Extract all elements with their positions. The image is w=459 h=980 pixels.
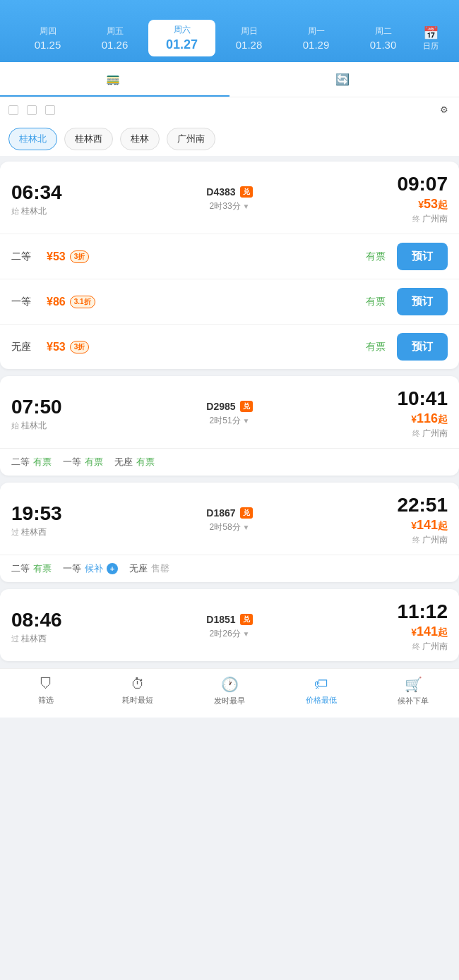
checkbox-regular[interactable]: [27, 105, 37, 115]
nav-item-4[interactable]: 🛒候补下单: [367, 676, 459, 706]
arrive-time-0: 09:07: [391, 173, 448, 195]
train-duration-1: 2时51分 ▼: [68, 415, 391, 427]
main-content: 🚃 🔄 ⚙ 桂林北桂林西桂林广州南: [0, 62, 459, 661]
depart-block-2: 19:53 过 桂林西: [11, 502, 68, 538]
discount-tag-0-2: 3折: [70, 341, 90, 353]
seat-row-0-2: 无座 ¥53 3折 有票 预订: [0, 324, 459, 369]
tab-direct[interactable]: 🚃: [0, 62, 230, 97]
train-middle-0: D4383 兑 2时33分 ▼: [68, 186, 391, 212]
compact-seat-2-2: 无座 售罄: [129, 562, 169, 575]
seat-avail-0-2: 有票: [354, 341, 397, 353]
train-main-1[interactable]: 07:50 始 桂林北 D2985 兑 2时51分 ▼ 10:41 ¥116起: [0, 376, 459, 448]
screen-button[interactable]: ⚙: [440, 104, 451, 115]
depart-block-3: 08:46 过 桂林西: [11, 609, 68, 645]
price-0: ¥53起: [391, 197, 448, 212]
nav-item-1[interactable]: ⏱耗时最短: [92, 676, 184, 706]
train-list: 06:34 始 桂林北 D4383 兑 2时33分 ▼ 09:07 ¥53起: [0, 162, 459, 661]
depart-block-0: 06:34 始 桂林北: [11, 181, 68, 217]
filter-highspeed[interactable]: [8, 105, 21, 115]
discount-tag-0-0: 3折: [70, 250, 90, 263]
train-duration-2: 2时58分 ▼: [68, 521, 391, 533]
seat-avail-0-0: 有票: [354, 250, 397, 263]
nav-label-3: 价格最低: [306, 695, 337, 706]
train-number-0: D4383 兑: [68, 186, 391, 198]
exchange-tag-2: 兑: [240, 507, 253, 519]
depart-time-1: 07:50: [11, 396, 68, 418]
date-tab-01.29[interactable]: 周一01.29: [282, 21, 350, 55]
seat-row-0-1: 一等 ¥86 3.1折 有票 预订: [0, 279, 459, 324]
train-card-1: 07:50 始 桂林北 D2985 兑 2时51分 ▼ 10:41 ¥116起: [0, 376, 459, 476]
station-tab-桂林北[interactable]: 桂林北: [8, 128, 57, 150]
train-main-2[interactable]: 19:53 过 桂林西 D1867 兑 2时58分 ▼ 22:51 ¥141起: [0, 483, 459, 555]
train-number-1: D2985 兑: [68, 401, 391, 412]
train-card-3: 08:46 过 桂林西 D1851 兑 2时26分 ▼ 11:12 ¥141起: [0, 589, 459, 661]
compact-seats-1: 二等 有票 一等 有票 无座 有票: [0, 448, 459, 476]
arrive-block-1: 10:41 ¥116起 终 广州南: [391, 387, 448, 440]
nav-item-0[interactable]: ⛉筛选: [0, 676, 92, 706]
nav-item-2[interactable]: 🕐发时最早: [184, 676, 275, 706]
train-main-3[interactable]: 08:46 过 桂林西 D1851 兑 2时26分 ▼ 11:12 ¥141起: [0, 589, 459, 661]
train-card-2: 19:53 过 桂林西 D1867 兑 2时58分 ▼ 22:51 ¥141起: [0, 483, 459, 582]
seat-row-0-0: 二等 ¥53 3折 有票 预订: [0, 234, 459, 279]
nav-label-1: 耗时最短: [122, 695, 153, 706]
date-tab-01.26[interactable]: 周五01.26: [81, 21, 148, 55]
date-tabs: 周四01.25周五01.26周六01.27周日01.28周一01.29周二01.…: [14, 20, 445, 62]
arrive-block-2: 22:51 ¥141起 终 广州南: [391, 494, 448, 546]
checkbox-highspeed[interactable]: [8, 105, 18, 115]
depart-station-2: 过 桂林西: [11, 526, 68, 538]
depart-station-0: 始 桂林北: [11, 205, 68, 217]
nav-icon-4: 🛒: [405, 676, 422, 693]
seat-price-0-2: ¥53 3折: [47, 341, 354, 353]
nav-item-3[interactable]: 🏷价格最低: [275, 676, 367, 706]
seat-type-0-0: 二等: [11, 250, 47, 263]
depart-block-1: 07:50 始 桂林北: [11, 396, 68, 432]
nav-icon-2: 🕐: [221, 676, 239, 693]
tab-switch: 🚃 🔄: [0, 62, 459, 97]
train-main-0[interactable]: 06:34 始 桂林北 D4383 兑 2时33分 ▼ 09:07 ¥53起: [0, 162, 459, 234]
arrive-block-3: 11:12 ¥141起 终 广州南: [391, 600, 448, 653]
station-tab-桂林西[interactable]: 桂林西: [64, 128, 113, 150]
bottom-nav: ⛉筛选⏱耗时最短🕐发时最早🏷价格最低🛒候补下单: [0, 668, 459, 718]
filter-regular[interactable]: [27, 105, 40, 115]
nav-icon-3: 🏷: [314, 676, 328, 692]
station-tab-广州南[interactable]: 广州南: [167, 128, 215, 150]
date-tab-01.30[interactable]: 周二01.30: [350, 21, 417, 55]
depart-time-2: 19:53: [11, 502, 68, 525]
tab-transfer[interactable]: 🔄: [230, 63, 459, 96]
seat-type-0-1: 一等: [11, 296, 47, 308]
header: 周四01.25周五01.26周六01.27周日01.28周一01.29周二01.…: [0, 0, 459, 62]
book-button-0-1[interactable]: 预订: [397, 288, 448, 315]
transfer-icon: 🔄: [335, 73, 350, 86]
date-tab-01.25[interactable]: 周四01.25: [14, 21, 81, 55]
book-button-0-0[interactable]: 预订: [397, 243, 448, 270]
checkbox-available[interactable]: [45, 105, 55, 115]
calendar-button[interactable]: 📅日历: [417, 25, 445, 52]
train-number-3: D1851 兑: [68, 614, 391, 625]
depart-station-1: 始 桂林北: [11, 420, 68, 432]
price-3: ¥141起: [391, 624, 448, 639]
seat-avail-0-1: 有票: [354, 296, 397, 308]
book-button-0-2[interactable]: 预订: [397, 333, 448, 361]
date-tab-01.27[interactable]: 周六01.27: [148, 20, 215, 56]
arrive-station-3: 终 广州南: [391, 641, 448, 653]
nav-label-2: 发时最早: [214, 696, 245, 706]
train-duration-3: 2时26分 ▼: [68, 628, 391, 640]
train-middle-3: D1851 兑 2时26分 ▼: [68, 614, 391, 640]
train-card-0: 06:34 始 桂林北 D4383 兑 2时33分 ▼ 09:07 ¥53起: [0, 162, 459, 369]
filter-available[interactable]: [45, 105, 58, 115]
price-2: ¥141起: [391, 518, 448, 533]
price-1: ¥116起: [391, 411, 448, 426]
arrive-time-1: 10:41: [391, 387, 448, 410]
date-tab-01.28[interactable]: 周日01.28: [215, 21, 282, 55]
exchange-tag-0: 兑: [240, 186, 253, 198]
compact-seat-1-0: 二等 有票: [11, 456, 52, 468]
arrive-block-0: 09:07 ¥53起 终 广州南: [391, 173, 448, 225]
arrive-station-0: 终 广州南: [391, 213, 448, 225]
compact-seat-2-1: 一等 候补+: [63, 562, 118, 575]
compact-seat-1-1: 一等 有票: [63, 456, 103, 468]
depart-time-3: 08:46: [11, 609, 68, 631]
calendar-icon: 📅: [417, 25, 445, 41]
filter-icon: ⚙: [440, 104, 448, 115]
station-tab-桂林[interactable]: 桂林: [120, 128, 160, 150]
train-middle-1: D2985 兑 2时51分 ▼: [68, 401, 391, 427]
